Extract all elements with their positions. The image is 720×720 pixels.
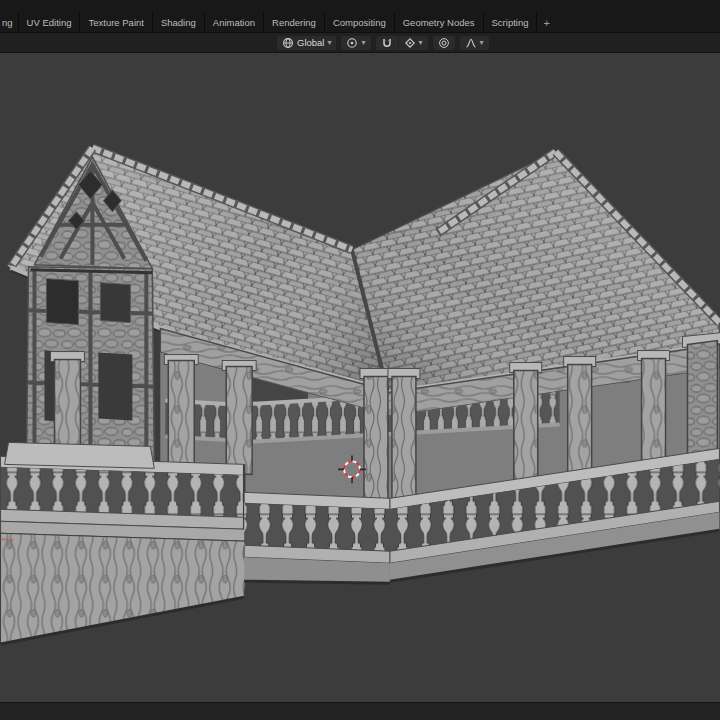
wall-window [100,283,130,323]
snap-toggle-button[interactable] [376,36,398,50]
balustrade-left [1,456,249,644]
proportional-editing-toggle[interactable] [433,36,455,50]
magnet-icon [381,37,393,49]
add-workspace-button[interactable]: + [537,13,555,32]
orientation-label: Global [297,38,324,48]
snap-target-icon [404,37,416,49]
chevron-down-icon: ▾ [419,39,423,47]
snap-group: ▾ [376,36,428,50]
tab-partial[interactable]: ng [0,13,19,32]
pivot-point-icon [346,37,358,49]
viewport-header: Global ▾ ▾ ▾ [0,33,720,53]
chevron-down-icon: ▾ [480,39,484,47]
ledge-slab [5,442,155,468]
transform-orientation-dropdown[interactable]: Global ▾ [277,36,336,50]
proportional-falloff-dropdown[interactable]: ▾ [460,36,489,50]
tab-texture-paint[interactable]: Texture Paint [80,13,152,32]
stone-pillar [683,333,720,469]
tab-compositing[interactable]: Compositing [325,13,395,32]
chevron-down-icon: ▾ [327,39,331,47]
tab-rendering[interactable]: Rendering [264,13,325,32]
tab-animation[interactable]: Animation [205,13,264,32]
globe-icon [282,37,294,49]
axis-x-line [1,539,14,540]
wood-post [564,357,596,477]
chevron-down-icon: ▾ [361,39,365,47]
house-model [1,148,720,644]
proportional-editing-icon [438,37,450,49]
balustrade-front [244,492,390,583]
snap-settings-dropdown[interactable]: ▾ [399,36,428,50]
wood-post [222,361,256,475]
wood-post [510,363,542,485]
wall-window [46,279,78,325]
base-panel [1,533,249,644]
workspace-tab-bar: ng UV Editing Texture Paint Shading Anim… [0,0,720,33]
pivot-point-dropdown[interactable]: ▾ [341,36,370,50]
tab-geometry-nodes[interactable]: Geometry Nodes [395,13,484,32]
tab-scripting[interactable]: Scripting [484,13,538,32]
wood-post [164,355,198,473]
transform-controls: Global ▾ ▾ ▾ [277,36,489,50]
falloff-curve-icon [465,37,477,49]
viewport-canvas [0,53,720,702]
tab-uv-editing[interactable]: UV Editing [19,13,81,32]
tab-shading[interactable]: Shading [153,13,205,32]
porch-opening [98,353,132,421]
wood-post [388,369,420,503]
wood-post [360,369,392,503]
wood-post [638,351,670,467]
status-bar [0,702,720,720]
3d-viewport[interactable] [0,53,720,702]
